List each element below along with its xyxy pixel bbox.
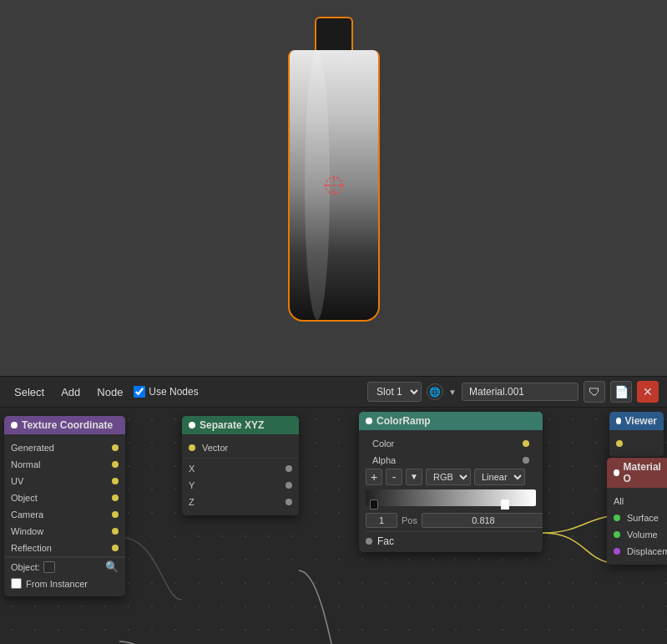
sep-xyz-body: Vector X Y Z: [182, 434, 299, 515]
material-output-node: Material O All Surface Volume Displaceme…: [607, 458, 667, 565]
mat-output-surface-row: Surface: [607, 510, 667, 526]
tc-footer: Object: 🔍 From Instancer: [4, 556, 125, 591]
texture-coordinate-title: Texture Coordinate: [22, 419, 113, 431]
separate-xyz-title: Separate XYZ: [200, 419, 264, 431]
viewer-node: Viewer: [609, 412, 664, 457]
mat-output-header: Material O: [607, 458, 667, 488]
mat-output-volume-socket: [614, 531, 620, 538]
cr-dot: [366, 418, 372, 424]
cr-alpha-socket: [523, 457, 529, 464]
mat-output-all-label: All: [614, 496, 624, 506]
mat-output-disp-socket: [614, 548, 620, 555]
node-menu[interactable]: Node: [91, 383, 129, 401]
tc-window-row: Window: [4, 523, 125, 540]
cr-alpha-label: Alpha: [372, 455, 396, 465]
tc-camera-socket: [112, 511, 119, 518]
cr-stop-dark[interactable]: [370, 499, 378, 510]
texture-coordinate-node: Texture Coordinate Generated Normal UV O…: [4, 416, 125, 596]
tc-normal-label: Normal: [11, 459, 40, 469]
cr-mode-select[interactable]: Linear: [474, 469, 525, 485]
close-button[interactable]: ✕: [637, 381, 659, 403]
tc-camera-row: Camera: [4, 506, 125, 523]
mat-output-surface-socket: [614, 515, 620, 521]
tc-uv-row: UV: [4, 473, 125, 489]
sep-xyz-vector-in-socket: [189, 444, 195, 451]
viewer-in-socket: [616, 440, 623, 447]
cr-fac-label: Fac: [377, 535, 394, 547]
cr-add-stop-button[interactable]: +: [366, 469, 382, 485]
cr-pos-label: Pos: [402, 515, 417, 525]
sep-xyz-x-label: X: [189, 464, 195, 474]
add-menu[interactable]: Add: [55, 383, 86, 401]
sep-xyz-y-label: Y: [189, 480, 195, 490]
separate-xyz-header: Separate XYZ: [182, 416, 299, 434]
sep-xyz-y-socket: [285, 482, 292, 489]
viewer-in-row: [609, 435, 664, 452]
select-menu[interactable]: Select: [8, 383, 50, 401]
tc-object-socket: [112, 494, 119, 501]
cr-fac-socket: [366, 538, 372, 545]
mat-output-dot: [614, 469, 619, 476]
tc-reflection-row: Reflection: [4, 540, 125, 556]
sep-xyz-z-socket: [285, 499, 292, 505]
tc-object-row: Object: [4, 489, 125, 506]
texture-coordinate-header: Texture Coordinate: [4, 416, 125, 434]
viewport: [0, 0, 667, 376]
cr-stop-index-field[interactable]: 1: [366, 513, 397, 528]
svg-point-5: [332, 184, 335, 186]
material-name-field[interactable]: [462, 383, 579, 401]
bottle-3d-object: [288, 17, 380, 322]
tc-camera-label: Camera: [11, 510, 43, 520]
mat-output-title: Material O: [624, 461, 663, 484]
cr-controls: + - ▼ RGB Linear: [366, 469, 536, 485]
tc-uv-label: UV: [11, 476, 23, 486]
use-nodes-toggle[interactable]: Use Nodes: [134, 386, 198, 398]
material-shield-icon[interactable]: 🛡: [584, 381, 605, 403]
tc-from-instancer-row: From Instancer: [4, 576, 125, 591]
bottle-body: [288, 50, 380, 322]
cr-interpolation-select[interactable]: RGB: [426, 469, 471, 485]
mat-output-volume-row: Volume: [607, 526, 667, 543]
color-ramp-node: ColorRamp Color Alpha + - ▼ RGB Lin: [359, 412, 543, 552]
tc-reflection-socket: [112, 545, 119, 551]
mat-output-disp-row: Displacement: [607, 543, 667, 560]
texture-coordinate-body: Generated Normal UV Object Camera Window: [4, 434, 125, 596]
crosshair-cursor: [322, 174, 346, 197]
tc-from-instancer-checkbox[interactable]: [11, 578, 22, 589]
mat-output-displacement-label: Displacement: [627, 546, 667, 556]
color-ramp-body: Color Alpha + - ▼ RGB Linear: [359, 430, 543, 552]
cr-menu-button[interactable]: ▼: [406, 469, 422, 485]
sep-xyz-z-label: Z: [189, 497, 195, 507]
tc-generated-row: Generated: [4, 439, 125, 456]
cr-stop-light[interactable]: [501, 499, 509, 510]
tc-object-label: Object: [11, 493, 38, 503]
sep-xyz-x-socket: [285, 465, 292, 472]
cr-color-row: Color: [366, 435, 536, 452]
viewer-body: [609, 430, 664, 457]
cr-remove-stop-button[interactable]: -: [386, 469, 402, 485]
viewer-header: Viewer: [609, 412, 664, 430]
tc-object-picker[interactable]: 🔍: [105, 560, 119, 573]
tc-generated-socket: [112, 444, 119, 451]
new-material-button[interactable]: 📄: [610, 381, 632, 403]
cr-pos-value-field[interactable]: 0.818: [422, 513, 543, 528]
tc-object-swatch[interactable]: [43, 561, 55, 573]
tc-uv-socket: [112, 478, 119, 484]
mat-output-volume-label: Volume: [627, 530, 658, 540]
cr-fac-row: Fac: [366, 531, 536, 547]
slot-selector[interactable]: Slot 1: [367, 382, 422, 402]
tc-generated-label: Generated: [11, 443, 54, 453]
cr-gradient-bar[interactable]: [366, 489, 536, 506]
tc-window-socket: [112, 528, 119, 535]
use-nodes-checkbox[interactable]: [134, 386, 145, 398]
sep-xyz-dot: [189, 422, 195, 428]
chevron-down-icon[interactable]: ▼: [448, 388, 457, 397]
globe-icon[interactable]: 🌐: [427, 383, 443, 400]
cr-position-row: 1 Pos 0.818: [366, 513, 536, 528]
mat-output-surface-label: Surface: [627, 513, 659, 523]
tc-object-field-row: Object: 🔍: [4, 557, 125, 576]
cr-color-label: Color: [372, 439, 394, 449]
color-ramp-title: ColorRamp: [376, 415, 431, 427]
viewer-title: Viewer: [625, 415, 657, 427]
tc-normal-socket: [112, 461, 119, 468]
